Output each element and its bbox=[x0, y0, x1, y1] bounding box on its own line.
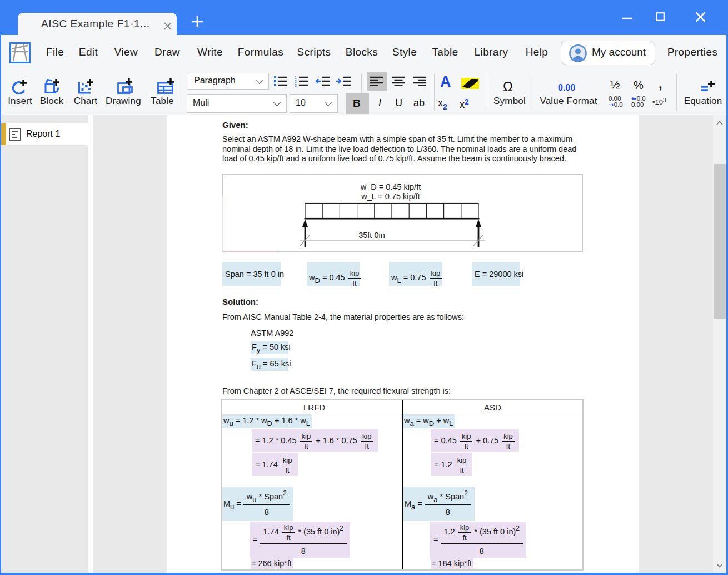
svg-text:35ft 0in: 35ft 0in bbox=[358, 231, 385, 240]
svg-text:1: 1 bbox=[295, 76, 297, 80]
svg-text:2: 2 bbox=[295, 80, 297, 83]
svg-text:w_D = 0.45 kip/ft: w_D = 0.45 kip/ft bbox=[360, 182, 421, 191]
svg-text:3: 3 bbox=[295, 83, 297, 87]
svg-text:w_L = 0.75 kip/ft: w_L = 0.75 kip/ft bbox=[361, 192, 420, 201]
